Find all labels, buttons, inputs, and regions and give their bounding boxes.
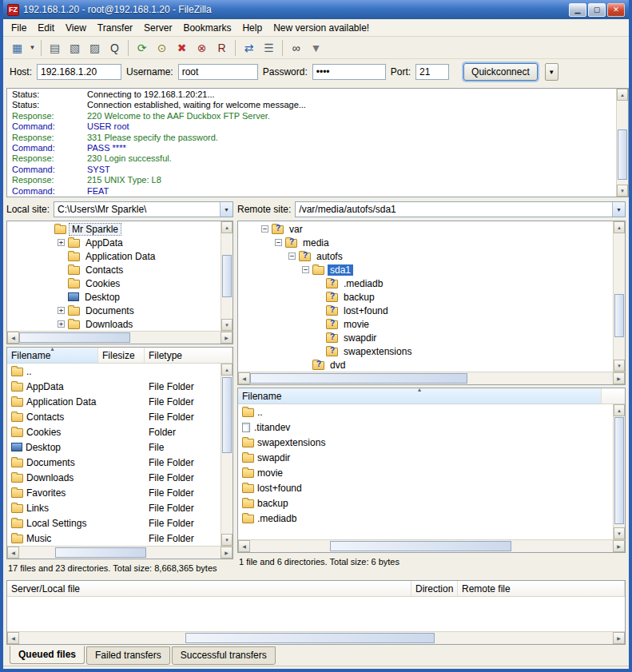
scroll-track[interactable]: [250, 372, 613, 384]
column-header-filesize[interactable]: Filesize: [98, 348, 145, 363]
tree-item-swapextensions[interactable]: swapextensions: [238, 344, 613, 358]
remote-directory-tree[interactable]: −var−media−autofs−sda1.mediadbbackuplost…: [237, 221, 626, 385]
scroll-left-icon[interactable]: ◀: [238, 540, 250, 552]
file-row-local-settings[interactable]: Local SettingsFile Folder: [7, 515, 221, 531]
reconnect-icon[interactable]: R: [212, 38, 232, 57]
column-header-server-local-file[interactable]: Server/Local file: [7, 581, 411, 596]
close-button[interactable]: ✕: [607, 3, 625, 17]
tree-item-backup[interactable]: backup: [238, 290, 613, 304]
combo-dropdown-icon[interactable]: ▼: [612, 202, 625, 217]
scroll-thumb[interactable]: [222, 377, 232, 453]
remote-site-combo[interactable]: /var/media/autofs/sda1 ▼: [295, 201, 626, 217]
filter-icon[interactable]: ▼: [306, 38, 326, 57]
file-row-links[interactable]: LinksFile Folder: [7, 500, 221, 515]
tab-failed-transfers[interactable]: Failed transfers: [86, 646, 170, 665]
scroll-thumb[interactable]: [19, 332, 130, 343]
toggle-queue-icon[interactable]: Q: [105, 38, 125, 57]
file-row-music[interactable]: MusicFile Folder: [7, 531, 221, 546]
tree-item-dvd[interactable]: dvd: [238, 358, 613, 372]
tree-item-mr-sparkle[interactable]: Mr Sparkle: [7, 222, 221, 236]
tree-expander-icon[interactable]: −: [288, 252, 296, 260]
toggle-message-log-icon[interactable]: ▤: [45, 38, 65, 57]
message-log[interactable]: Status:Connecting to 192.168.1.20:21...S…: [6, 88, 629, 197]
tree-item-cookies[interactable]: Cookies: [7, 276, 221, 290]
file-row-movie[interactable]: movie: [238, 465, 613, 480]
scroll-down-icon[interactable]: ▼: [221, 319, 233, 331]
scroll-left-icon[interactable]: ◀: [7, 332, 19, 344]
tree-item-desktop[interactable]: Desktop: [7, 290, 221, 304]
log-scrollbar[interactable]: ▲ ▼: [616, 89, 628, 197]
scroll-track[interactable]: [221, 376, 233, 534]
file-row-favorites[interactable]: FavoritesFile Folder: [7, 485, 221, 500]
file-row-cookies[interactable]: CookiesFolder: [7, 424, 221, 439]
tree-item-lost-found[interactable]: lost+found: [238, 304, 613, 317]
scroll-right-icon[interactable]: ▶: [613, 540, 625, 552]
column-header-filetype[interactable]: Filetype: [145, 348, 233, 363]
scroll-track[interactable]: [19, 632, 613, 644]
scroll-up-icon[interactable]: ▲: [614, 404, 625, 416]
port-input[interactable]: [415, 64, 449, 80]
host-input[interactable]: [37, 64, 121, 80]
file-row-documents[interactable]: DocumentsFile Folder: [7, 455, 221, 470]
file-row-swapdir[interactable]: swapdir: [238, 450, 613, 465]
cancel-icon[interactable]: ✖: [172, 38, 192, 57]
local-site-combo[interactable]: C:\Users\Mr Sparkle\ ▼: [54, 201, 233, 217]
tree-item-documents[interactable]: +Documents: [7, 304, 221, 317]
menu-edit[interactable]: Edit: [32, 21, 60, 35]
scroll-track[interactable]: [617, 101, 628, 185]
file-row-lost-found[interactable]: lost+found: [238, 480, 613, 495]
tree-item-application-data[interactable]: Application Data: [7, 249, 221, 263]
remote-list-hscrollbar[interactable]: ◀ ▶: [238, 539, 625, 552]
scroll-thumb[interactable]: [222, 255, 232, 298]
file-row-desktop[interactable]: DesktopFile: [7, 439, 221, 455]
toggle-local-tree-icon[interactable]: ▧: [65, 38, 85, 57]
transfer-queue[interactable]: Server/Local fileDirectionRemote file ◀ …: [6, 580, 626, 645]
queue-list-area[interactable]: [7, 597, 625, 631]
local-tree-hscrollbar[interactable]: ◀ ▶: [7, 331, 233, 344]
quickconnect-button[interactable]: Quickconnect: [463, 63, 538, 81]
scroll-track[interactable]: [19, 332, 221, 344]
column-header-filename[interactable]: Filename: [238, 388, 602, 404]
file-row-parent[interactable]: ..: [238, 404, 613, 420]
scroll-right-icon[interactable]: ▶: [613, 632, 625, 644]
disconnect-icon[interactable]: ⊗: [192, 38, 212, 57]
file-row-parent[interactable]: ..: [7, 364, 221, 379]
find-files-icon[interactable]: ∞: [286, 38, 306, 57]
scroll-thumb[interactable]: [250, 373, 467, 384]
scroll-up-icon[interactable]: ▲: [221, 221, 233, 233]
scroll-right-icon[interactable]: ▶: [613, 372, 625, 384]
local-tree-vscrollbar[interactable]: ▲ ▼: [221, 221, 233, 331]
refresh-icon[interactable]: ⟳: [132, 38, 152, 57]
tree-expander-icon[interactable]: −: [302, 266, 309, 273]
titlebar[interactable]: FZ 192.168.1.20 - root@192.168.1.20 - Fi…: [3, 0, 629, 19]
minimize-button[interactable]: ▁: [569, 3, 586, 17]
synchronized-browsing-icon[interactable]: ⇄: [239, 38, 259, 57]
tree-expander-icon[interactable]: +: [58, 239, 65, 246]
tree-expander-icon[interactable]: +: [58, 320, 65, 328]
scroll-track[interactable]: [614, 233, 625, 360]
file-row-backup[interactable]: backup: [238, 495, 613, 511]
tree-item-downloads[interactable]: +Downloads: [7, 317, 221, 331]
scroll-track[interactable]: [614, 416, 625, 527]
scroll-right-icon[interactable]: ▶: [221, 332, 233, 344]
process-queue-icon[interactable]: ⊙: [152, 38, 172, 57]
file-row-contacts[interactable]: ContactsFile Folder: [7, 409, 221, 424]
menu-new-version-available[interactable]: New version available!: [268, 21, 375, 35]
menu-transfer[interactable]: Transfer: [92, 21, 138, 35]
tree-item-sda1[interactable]: −sda1: [238, 263, 613, 276]
scroll-down-icon[interactable]: ▼: [221, 534, 233, 546]
scroll-thumb[interactable]: [185, 633, 435, 643]
tree-expander-icon[interactable]: −: [261, 225, 268, 233]
menu-help[interactable]: Help: [237, 21, 268, 35]
scroll-track[interactable]: [221, 233, 233, 319]
menu-view[interactable]: View: [60, 21, 92, 35]
quickconnect-dropdown-icon[interactable]: ▼: [545, 63, 558, 81]
remote-tree-hscrollbar[interactable]: ◀ ▶: [238, 372, 625, 384]
scroll-up-icon[interactable]: ▲: [221, 364, 233, 376]
scroll-thumb[interactable]: [614, 294, 624, 337]
maximize-button[interactable]: ▢: [588, 3, 606, 17]
file-row-swapextensions[interactable]: swapextensions: [238, 435, 613, 450]
scroll-left-icon[interactable]: ◀: [7, 632, 19, 644]
scroll-up-icon[interactable]: ▲: [614, 221, 625, 233]
column-header-remote-file[interactable]: Remote file: [458, 581, 625, 596]
